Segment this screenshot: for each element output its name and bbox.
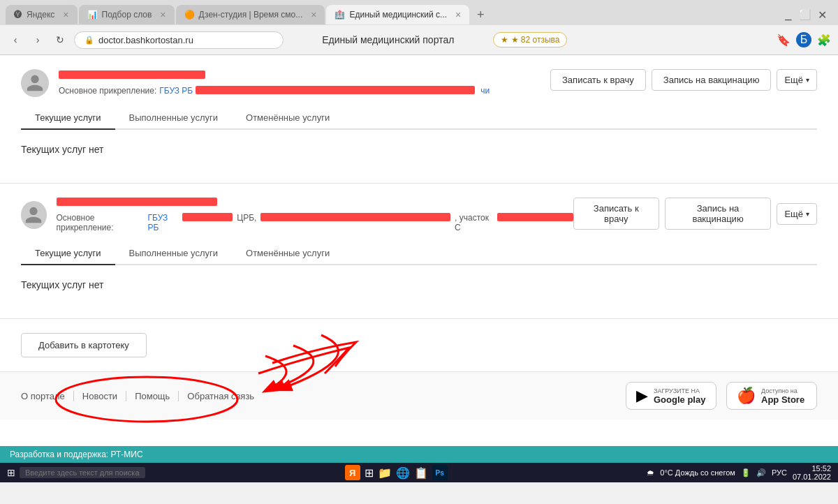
tab-close-btn[interactable]: × — [311, 9, 316, 20]
user-name-redacted-2 — [57, 198, 217, 206]
user-info-1: Основное прикрепление: ГБУЗ РБ чи — [21, 69, 490, 97]
apple-icon: 🍎 — [737, 387, 756, 405]
minimize-icon[interactable]: ⎯ — [785, 8, 792, 21]
more-btn-2[interactable]: Ещё ▾ — [777, 203, 817, 225]
tab-medical[interactable]: 🏥 Единый медицинский с... × — [326, 5, 469, 24]
explorer-icon[interactable]: 📁 — [378, 466, 392, 480]
tab-yandex[interactable]: 🅨 Яндекс × — [6, 5, 78, 24]
ie-icon[interactable]: 🌐 — [396, 466, 410, 480]
tab-label: Яндекс — [27, 10, 54, 20]
star-icon: ★ — [501, 35, 508, 45]
forward-button[interactable]: › — [29, 31, 46, 48]
tab-label: Единый медицинский с... — [349, 10, 447, 20]
no-services-msg-1: Текущих услуг нет — [21, 130, 817, 169]
action-buttons-1: Записать к врачу Запись на вакцинацию Ещ… — [550, 69, 817, 91]
google-play-button[interactable]: ▶ ЗАГРУЗИТЕ НА Google play — [626, 382, 716, 410]
yandex-icon[interactable]: Я — [345, 465, 360, 480]
more-btn-1[interactable]: Ещё ▾ — [777, 69, 817, 91]
extensions-icon[interactable]: 🧩 — [817, 34, 831, 47]
footer-about[interactable]: О портале — [21, 391, 74, 401]
attachment-redacted-2b — [260, 213, 450, 221]
tab-completed-services-1[interactable]: Выполненные услуги — [115, 107, 232, 130]
chevron-down-icon: ▾ — [806, 76, 809, 84]
back-button[interactable]: ‹ — [7, 31, 24, 48]
tab-icon: 📊 — [87, 10, 98, 20]
close-icon[interactable]: ✕ — [818, 8, 827, 22]
volume-icon: 🔊 — [756, 468, 766, 477]
more-label-2: Ещё — [784, 209, 803, 219]
tab-dzen[interactable]: 🟠 Дзен-студия | Время смо... × — [176, 5, 325, 24]
address-bar[interactable]: 🔒 doctor.bashkortostan.ru — [74, 31, 284, 49]
review-button[interactable]: ★ ★ 82 отзыва — [493, 32, 568, 47]
store-buttons: ▶ ЗАГРУЗИТЕ НА Google play 🍎 Доступно на… — [626, 382, 817, 410]
attachment-prefix-2: Основное прикрепление: — [57, 213, 145, 232]
user-details-1: Основное прикрепление: ГБУЗ РБ чи — [59, 71, 490, 96]
taskbar: ⊞ Я ⊞ 📁 🌐 📋 Ps 🌧 0°C Дождь со снегом 🔋 🔊… — [0, 463, 838, 482]
battery-icon: 🔋 — [741, 468, 751, 477]
no-services-msg-2: Текущих услуг нет — [21, 265, 817, 304]
tab-icon: 🏥 — [335, 10, 345, 20]
tab-cancelled-services-1[interactable]: Отменённые услуги — [232, 107, 344, 130]
dev-bar: Разработка и поддержка: РТ-МИС — [0, 446, 838, 463]
record-vaccine-btn-2[interactable]: Запись на вакцинацию — [665, 198, 772, 230]
google-play-small: ЗАГРУЗИТЕ НА — [654, 387, 705, 394]
gbuz-link-2[interactable]: ГБУЗ РБ — [148, 213, 178, 232]
link-suffix-1[interactable]: чи — [480, 86, 490, 96]
add-card-section: Добавить в картотеку — [0, 319, 838, 371]
profile-icon[interactable]: Б — [796, 32, 811, 47]
files-icon[interactable]: 📋 — [414, 466, 428, 480]
windows-grid-icon[interactable]: ⊞ — [365, 466, 374, 480]
user-details-2: Основное прикрепление: ГБУЗ РБ ЦРБ, , уч… — [57, 198, 573, 232]
reload-button[interactable]: ↻ — [52, 31, 68, 48]
page-title: Единый медицинский портал — [289, 34, 487, 45]
tab-close-btn[interactable]: × — [63, 9, 68, 20]
tab-icon: 🅨 — [14, 10, 22, 20]
action-buttons-2: Записать к врачу Запись на вакцинацию Ещ… — [573, 198, 817, 230]
app-store-small: Доступно на — [761, 387, 804, 394]
user-attachment-2: Основное прикрепление: ГБУЗ РБ ЦРБ, , уч… — [57, 213, 573, 232]
tab-cancelled-services-2[interactable]: Отменённые услуги — [232, 242, 344, 265]
app-store-large: App Store — [761, 394, 804, 405]
page-content: Основное прикрепление: ГБУЗ РБ чи Записа… — [0, 55, 838, 446]
app-store-button[interactable]: 🍎 Доступно на App Store — [726, 382, 817, 410]
service-tabs-2: Текущие услуги Выполненные услуги Отменё… — [21, 242, 817, 265]
time: 15:52 — [811, 464, 831, 473]
record-vaccine-btn-1[interactable]: Запись на вакцинацию — [652, 69, 772, 91]
taskbar-left: ⊞ — [7, 467, 145, 478]
taskbar-search[interactable] — [20, 467, 145, 478]
photoshop-icon[interactable]: Ps — [432, 465, 448, 480]
tab-close-btn[interactable]: × — [455, 9, 461, 20]
windows-start-icon[interactable]: ⊞ — [7, 467, 15, 478]
footer-news[interactable]: Новости — [74, 391, 126, 401]
record-doctor-btn-1[interactable]: Записать к врачу — [550, 69, 646, 91]
new-tab-button[interactable]: + — [471, 5, 490, 24]
lang-label: РУС — [772, 468, 787, 477]
page-footer: О портале Новости Помощь Обратная связь … — [0, 371, 838, 420]
tab-current-services-2[interactable]: Текущие услуги — [21, 242, 115, 265]
date: 07.01.2022 — [793, 473, 831, 481]
tab-label: Подбор слов — [102, 10, 152, 20]
record-doctor-btn-2[interactable]: Записать к врачу — [573, 198, 659, 230]
url-text: doctor.bashkortostan.ru — [98, 35, 193, 45]
app-store-text: Доступно на App Store — [761, 387, 804, 405]
more-label-1: Ещё — [784, 75, 803, 85]
lock-icon: 🔒 — [84, 36, 94, 45]
google-play-text: ЗАГРУЗИТЕ НА Google play — [654, 387, 705, 405]
gbuz-link-1[interactable]: ГБУЗ РБ — [159, 86, 193, 96]
bookmark-icon[interactable]: 🔖 — [777, 34, 791, 47]
add-card-button[interactable]: Добавить в картотеку — [21, 333, 147, 357]
footer-feedback[interactable]: Обратная связь — [179, 391, 263, 401]
restore-icon[interactable]: ⬜ — [799, 9, 811, 20]
attachment-redacted-1 — [196, 86, 475, 94]
tab-wordstat[interactable]: 📊 Подбор слов × — [79, 5, 175, 24]
footer-links: О портале Новости Помощь Обратная связь — [21, 391, 263, 401]
crb-label: ЦРБ, — [237, 213, 256, 232]
tab-close-btn[interactable]: × — [160, 9, 166, 20]
user-attachment-1: Основное прикрепление: ГБУЗ РБ чи — [59, 86, 490, 96]
tab-label: Дзен-студия | Время смо... — [199, 10, 303, 20]
tab-current-services-1[interactable]: Текущие услуги — [21, 107, 115, 130]
chevron-down-icon-2: ▾ — [806, 210, 809, 218]
user-card-1: Основное прикрепление: ГБУЗ РБ чи Записа… — [0, 55, 838, 184]
footer-help[interactable]: Помощь — [126, 391, 179, 401]
tab-completed-services-2[interactable]: Выполненные услуги — [115, 242, 232, 265]
